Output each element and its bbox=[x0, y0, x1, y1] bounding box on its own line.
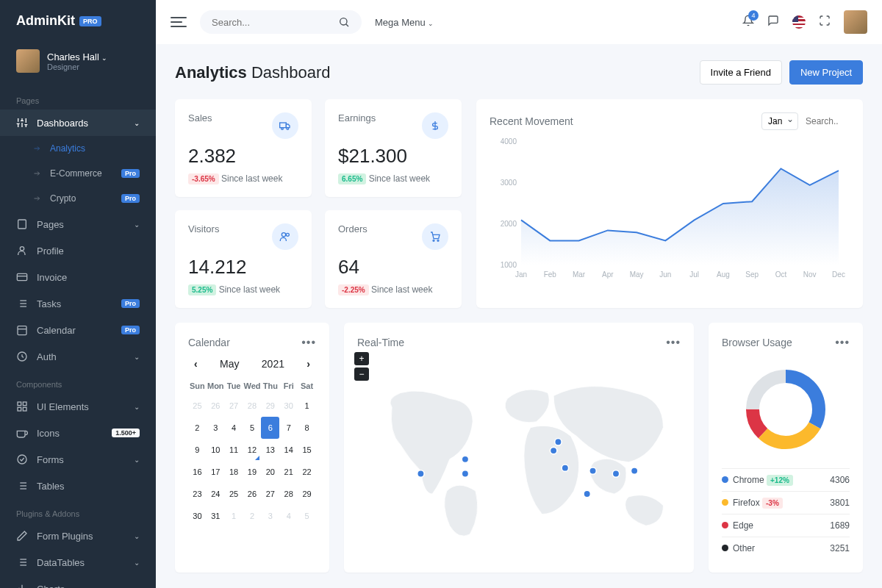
nav-item-analytics[interactable]: Analytics bbox=[0, 136, 156, 161]
nav-header: Components bbox=[0, 370, 156, 393]
menu-toggle[interactable] bbox=[171, 14, 187, 30]
calendar-day[interactable]: 25 bbox=[225, 483, 243, 505]
calendar-day[interactable]: 8 bbox=[298, 417, 316, 439]
calendar-card: Calendar ••• ‹ May 2021 › SunMonTueWedTh… bbox=[175, 323, 329, 573]
nav-item-pages[interactable]: Pages⌄ bbox=[0, 211, 156, 237]
svg-point-43 bbox=[286, 233, 289, 236]
sidebar-user[interactable]: Charles Hall ⌄ Designer bbox=[0, 42, 156, 86]
calendar-day[interactable]: 24 bbox=[207, 483, 225, 505]
map-marker[interactable] bbox=[612, 470, 619, 477]
notifications-icon[interactable]: 4 bbox=[742, 15, 754, 29]
messages-icon[interactable] bbox=[767, 15, 779, 29]
calendar-day[interactable]: 19 bbox=[243, 461, 262, 483]
calendar-day[interactable]: 5 bbox=[298, 505, 316, 527]
calendar-day[interactable]: 9 bbox=[188, 439, 207, 461]
browser-title: Browser Usage bbox=[722, 337, 792, 348]
nav-item-forms[interactable]: Forms⌄ bbox=[0, 446, 156, 473]
calendar-day[interactable]: 15 bbox=[298, 439, 316, 461]
nav-item-auth[interactable]: Auth⌄ bbox=[0, 343, 156, 370]
calendar-prev[interactable]: ‹ bbox=[194, 358, 198, 370]
calendar-day[interactable]: 17 bbox=[207, 461, 225, 483]
mega-menu[interactable]: Mega Menu ⌄ bbox=[375, 17, 434, 28]
map-marker[interactable] bbox=[462, 456, 468, 462]
movement-search[interactable] bbox=[806, 116, 850, 126]
page-title: Analytics Dashboard bbox=[175, 63, 331, 82]
invite-button[interactable]: Invite a Friend bbox=[700, 60, 782, 85]
nav-item-tasks[interactable]: TasksPro bbox=[0, 290, 156, 317]
calendar-day[interactable]: 30 bbox=[279, 395, 298, 417]
nav-item-ui-elements[interactable]: UI Elements⌄ bbox=[0, 393, 156, 420]
calendar-menu[interactable]: ••• bbox=[301, 336, 316, 349]
nav-item-tables[interactable]: Tables bbox=[0, 473, 156, 499]
fullscreen-icon[interactable] bbox=[819, 15, 831, 29]
calendar-day[interactable]: 14 bbox=[279, 439, 298, 461]
zoom-out[interactable]: − bbox=[354, 368, 369, 381]
calendar-day[interactable]: 21 bbox=[279, 461, 298, 483]
nav-item-dashboards[interactable]: Dashboards⌄ bbox=[0, 110, 156, 136]
calendar-next[interactable]: › bbox=[306, 358, 310, 370]
calendar-day[interactable]: 20 bbox=[261, 461, 279, 483]
nav-item-profile[interactable]: Profile bbox=[0, 237, 156, 264]
map-marker[interactable] bbox=[584, 490, 590, 497]
svg-text:Oct: Oct bbox=[775, 270, 787, 279]
browser-menu[interactable]: ••• bbox=[835, 336, 850, 349]
nav-item-crypto[interactable]: CryptoPro bbox=[0, 186, 156, 211]
calendar-day[interactable]: 30 bbox=[188, 505, 207, 527]
calendar-day[interactable]: 29 bbox=[298, 483, 316, 505]
nav-item-icons[interactable]: Icons1.500+ bbox=[0, 420, 156, 446]
calendar-day[interactable]: 7 bbox=[279, 417, 298, 439]
calendar-day[interactable]: 3 bbox=[261, 505, 279, 527]
calendar-day[interactable]: 1 bbox=[298, 395, 316, 417]
calendar-day[interactable]: 10 bbox=[207, 439, 225, 461]
calendar-day[interactable]: 6 bbox=[261, 417, 279, 439]
movement-period-select[interactable]: Jan bbox=[761, 112, 798, 130]
nav-item-datatables[interactable]: DataTables⌄ bbox=[0, 549, 156, 576]
map-marker[interactable] bbox=[631, 467, 637, 474]
calendar-day[interactable]: 12 bbox=[243, 439, 262, 461]
calendar-day[interactable]: 5 bbox=[243, 417, 262, 439]
calendar-day[interactable]: 23 bbox=[188, 483, 207, 505]
nav-item-e-commerce[interactable]: E-CommercePro bbox=[0, 161, 156, 186]
calendar-day[interactable]: 25 bbox=[188, 395, 207, 417]
zoom-in[interactable]: + bbox=[354, 352, 369, 365]
calendar-day[interactable]: 28 bbox=[243, 395, 262, 417]
map-marker[interactable] bbox=[417, 470, 424, 477]
map-marker[interactable] bbox=[589, 467, 596, 474]
search-box[interactable] bbox=[200, 10, 362, 34]
calendar-day[interactable]: 16 bbox=[188, 461, 207, 483]
language-flag[interactable] bbox=[792, 15, 806, 29]
map-marker[interactable] bbox=[555, 439, 562, 445]
realtime-menu[interactable]: ••• bbox=[666, 336, 681, 349]
search-input[interactable] bbox=[212, 17, 338, 28]
nav-item-invoice[interactable]: Invoice bbox=[0, 264, 156, 290]
calendar-day[interactable]: 31 bbox=[207, 505, 225, 527]
calendar-day[interactable]: 4 bbox=[279, 505, 298, 527]
calendar-day[interactable]: 1 bbox=[225, 505, 243, 527]
calendar-day[interactable]: 2 bbox=[243, 505, 262, 527]
calendar-day[interactable]: 4 bbox=[225, 417, 243, 439]
calendar-day[interactable]: 22 bbox=[298, 461, 316, 483]
calendar-day[interactable]: 28 bbox=[279, 483, 298, 505]
calendar-day[interactable]: 26 bbox=[243, 483, 262, 505]
nav-item-form-plugins[interactable]: Form Plugins⌄ bbox=[0, 523, 156, 549]
calendar-day[interactable]: 3 bbox=[207, 417, 225, 439]
calendar-day[interactable]: 13 bbox=[261, 439, 279, 461]
calendar-day[interactable]: 26 bbox=[207, 395, 225, 417]
nav-item-calendar[interactable]: CalendarPro bbox=[0, 317, 156, 343]
calendar-day[interactable]: 29 bbox=[261, 395, 279, 417]
calendar-year: 2021 bbox=[262, 358, 284, 370]
world-map[interactable] bbox=[357, 358, 681, 549]
calendar-day[interactable]: 27 bbox=[261, 483, 279, 505]
new-project-button[interactable]: New Project bbox=[789, 60, 863, 85]
user-avatar-top[interactable] bbox=[844, 10, 867, 34]
calendar-day[interactable]: 2 bbox=[188, 417, 207, 439]
nav-item-charts[interactable]: Charts⌄ bbox=[0, 576, 156, 588]
svg-rect-19 bbox=[23, 407, 26, 411]
map-marker[interactable] bbox=[550, 447, 556, 453]
map-marker[interactable] bbox=[562, 465, 568, 471]
calendar-day[interactable]: 27 bbox=[225, 395, 243, 417]
map-marker[interactable] bbox=[462, 470, 468, 477]
brand[interactable]: AdminKit PRO bbox=[0, 0, 156, 42]
calendar-day[interactable]: 11 bbox=[225, 439, 243, 461]
calendar-day[interactable]: 18 bbox=[225, 461, 243, 483]
